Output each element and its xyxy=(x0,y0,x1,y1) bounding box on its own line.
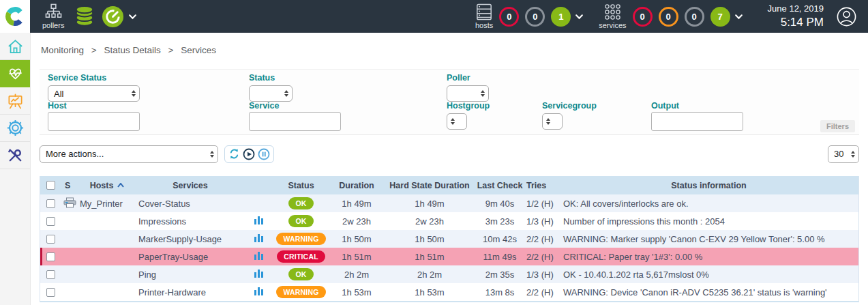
hosts-unreachable-counter[interactable]: 0 xyxy=(525,7,545,27)
column-header-tries[interactable]: Tries xyxy=(524,176,559,194)
row-checkbox[interactable] xyxy=(46,235,55,244)
last-check-cell: 2m 35s xyxy=(476,265,524,283)
service-label: Service xyxy=(249,101,279,111)
table-row[interactable]: Printer-Hardware WARNING 1h 53m 1h 53m 1… xyxy=(40,283,858,301)
select-spinner-icon xyxy=(132,90,136,97)
service-name[interactable]: Ping xyxy=(138,270,156,280)
sidebar-item-monitoring[interactable] xyxy=(0,60,30,87)
services-ok-counter[interactable]: 7 xyxy=(710,7,730,27)
host-name[interactable]: My_Printer xyxy=(80,199,123,209)
table-row[interactable]: PaperTray-Usage CRITICAL 1h 51m 1h 51m 1… xyxy=(40,248,858,265)
printer-icon xyxy=(63,197,76,210)
column-header-last-check[interactable]: Last Check xyxy=(476,176,524,194)
services-chevron-down-icon[interactable] xyxy=(734,14,743,20)
column-header-services[interactable]: Services xyxy=(136,176,245,194)
service-input[interactable] xyxy=(249,112,341,131)
hosts-label: hosts xyxy=(475,21,493,29)
breadcrumb-status-details[interactable]: Status Details xyxy=(104,45,160,55)
refresh-button[interactable] xyxy=(228,148,240,160)
last-check-cell: 10m 42s xyxy=(476,230,524,248)
play-button[interactable] xyxy=(243,148,255,160)
graph-icon[interactable] xyxy=(254,233,263,244)
servicegroup-select[interactable] xyxy=(542,113,563,130)
service-name[interactable]: Cover-Status xyxy=(138,199,190,209)
last-check-cell: 9m 40s xyxy=(476,194,524,212)
service-name[interactable]: MarkerSupply-Usage xyxy=(138,234,222,244)
select-spinner-icon xyxy=(851,151,855,158)
column-header-hard-state-duration[interactable]: Hard State Duration xyxy=(383,176,476,194)
poller-select[interactable] xyxy=(447,85,489,102)
sidebar-item-configuration[interactable] xyxy=(0,115,30,142)
table-row[interactable]: Ping OK 2h 2m 2h 2m 2m 35s 1/3 (H) OK - … xyxy=(40,265,858,283)
hosts-up-counter[interactable]: 1 xyxy=(551,7,571,27)
row-checkbox[interactable] xyxy=(46,252,55,261)
breadcrumb-separator: > xyxy=(91,45,97,55)
pause-button[interactable] xyxy=(258,148,270,160)
duration-cell: 1h 50m xyxy=(330,230,383,248)
hostgroup-select[interactable] xyxy=(447,113,467,130)
duration-cell: 1h 49m xyxy=(330,194,383,212)
poller-chevron-down-icon[interactable] xyxy=(128,14,137,20)
table-row[interactable]: Impressions OK 2w 23h 2w 23h 3m 23s 1/3 … xyxy=(40,212,858,230)
hard-state-duration-cell: 2w 23h xyxy=(383,212,476,230)
home-icon xyxy=(6,38,25,55)
graph-icon[interactable] xyxy=(254,269,263,280)
services-menu[interactable]: services xyxy=(599,3,626,29)
hard-state-duration-cell: 2h 2m xyxy=(383,265,476,283)
column-header-s[interactable]: S xyxy=(61,176,78,194)
sidebar-item-reporting[interactable] xyxy=(0,87,30,115)
select-all-checkbox[interactable] xyxy=(46,181,55,190)
services-warning-counter[interactable]: 0 xyxy=(659,7,678,27)
row-checkbox[interactable] xyxy=(46,288,55,297)
services-label: services xyxy=(599,21,626,29)
pollers-menu[interactable]: pollers xyxy=(42,3,64,29)
sort-asc-icon xyxy=(117,183,124,188)
status-information-cell: CRITICAL: Paper tray '1#3': 0.00 % xyxy=(559,248,858,265)
centreon-logo[interactable] xyxy=(0,0,30,33)
hard-state-duration-cell: 1h 49m xyxy=(383,194,476,212)
breadcrumb-services[interactable]: Services xyxy=(181,45,216,55)
row-checkbox[interactable] xyxy=(46,270,55,279)
user-menu-button[interactable] xyxy=(836,6,857,27)
host-label: Host xyxy=(48,101,67,111)
page-size-select[interactable]: 30 xyxy=(828,145,859,163)
graph-icon[interactable] xyxy=(254,216,263,227)
service-name[interactable]: Impressions xyxy=(138,216,186,227)
main-content: Monitoring > Status Details > Services S… xyxy=(31,33,868,305)
services-unknown-counter[interactable]: 0 xyxy=(685,7,704,27)
gear-icon xyxy=(6,119,25,137)
status-select[interactable] xyxy=(249,85,293,102)
service-status-select[interactable]: All xyxy=(48,85,140,102)
database-status-button[interactable] xyxy=(74,5,95,27)
latency-gauge-button[interactable] xyxy=(102,5,124,28)
output-input[interactable] xyxy=(651,112,743,131)
hosts-chevron-down-icon[interactable] xyxy=(575,14,584,20)
column-header-status[interactable]: Status xyxy=(272,176,330,194)
service-name[interactable]: PaperTray-Usage xyxy=(138,252,208,262)
table-row[interactable]: MarkerSupply-Usage WARNING 1h 50m 1h 50m… xyxy=(40,230,858,248)
hosts-menu[interactable]: hosts xyxy=(475,3,493,29)
column-header-status-information[interactable]: Status information xyxy=(559,176,858,194)
hosts-down-counter[interactable]: 0 xyxy=(499,7,519,27)
services-critical-counter[interactable]: 0 xyxy=(633,7,653,27)
breadcrumb-monitoring[interactable]: Monitoring xyxy=(41,45,84,55)
tries-cell: 2/2 (H) xyxy=(524,283,559,301)
select-spinner-icon xyxy=(284,90,288,97)
column-header-hosts[interactable]: Hosts xyxy=(78,176,136,194)
status-badge: WARNING xyxy=(276,286,325,298)
row-checkbox[interactable] xyxy=(46,217,55,226)
top-header: pollers hosts xyxy=(0,0,868,33)
tries-cell: 1/3 (H) xyxy=(524,212,559,230)
graph-icon[interactable] xyxy=(254,251,263,262)
sidebar-item-home[interactable] xyxy=(0,33,30,60)
service-status-label: Service Status xyxy=(48,73,106,83)
duration-cell: 2h 2m xyxy=(330,265,383,283)
service-name[interactable]: Printer-Hardware xyxy=(138,287,206,297)
more-actions-select[interactable]: More actions... xyxy=(40,145,218,163)
graph-icon[interactable] xyxy=(254,287,263,297)
column-header-duration[interactable]: Duration xyxy=(330,176,383,194)
table-row[interactable]: My_Printer Cover-Status OK 1h 49m 1h 49m… xyxy=(40,194,858,212)
host-input[interactable] xyxy=(48,112,140,131)
row-checkbox[interactable] xyxy=(46,199,55,208)
sidebar-item-administration[interactable] xyxy=(0,142,30,169)
